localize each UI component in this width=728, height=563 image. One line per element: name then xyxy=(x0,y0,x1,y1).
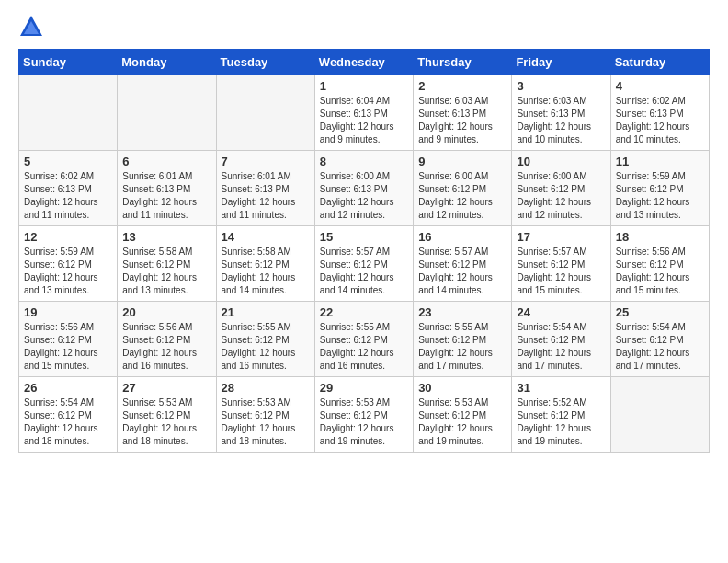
calendar-cell xyxy=(216,75,314,151)
calendar-cell: 13Sunrise: 5:58 AMSunset: 6:12 PMDayligh… xyxy=(118,226,216,302)
day-info: Sunrise: 5:55 AMSunset: 6:12 PMDaylight:… xyxy=(320,321,408,373)
calendar-cell: 14Sunrise: 5:58 AMSunset: 6:12 PMDayligh… xyxy=(216,226,314,302)
weekday-header-monday: Monday xyxy=(118,50,216,75)
day-number: 11 xyxy=(616,155,704,168)
day-number: 18 xyxy=(616,230,704,244)
calendar-cell: 25Sunrise: 5:54 AMSunset: 6:12 PMDayligh… xyxy=(610,302,709,377)
day-info: Sunrise: 5:59 AMSunset: 6:12 PMDaylight:… xyxy=(616,170,704,222)
day-number: 4 xyxy=(616,79,704,93)
week-row-2: 5Sunrise: 6:02 AMSunset: 6:13 PMDaylight… xyxy=(19,151,710,226)
day-number: 25 xyxy=(616,305,704,319)
weekday-header-wednesday: Wednesday xyxy=(314,50,413,75)
day-number: 31 xyxy=(517,381,605,395)
calendar-cell: 12Sunrise: 5:59 AMSunset: 6:12 PMDayligh… xyxy=(19,226,118,302)
calendar-cell xyxy=(19,75,118,151)
day-number: 12 xyxy=(24,230,112,244)
day-info: Sunrise: 5:54 AMSunset: 6:12 PMDaylight:… xyxy=(24,396,112,448)
day-number: 30 xyxy=(418,381,506,395)
calendar-cell: 11Sunrise: 5:59 AMSunset: 6:12 PMDayligh… xyxy=(610,151,709,226)
day-number: 27 xyxy=(122,381,210,395)
calendar-cell: 27Sunrise: 5:53 AMSunset: 6:12 PMDayligh… xyxy=(118,377,216,453)
calendar-cell: 24Sunrise: 5:54 AMSunset: 6:12 PMDayligh… xyxy=(512,302,610,377)
day-info: Sunrise: 5:58 AMSunset: 6:12 PMDaylight:… xyxy=(222,246,310,297)
weekday-header-thursday: Thursday xyxy=(414,50,512,75)
calendar-cell: 3Sunrise: 6:03 AMSunset: 6:13 PMDaylight… xyxy=(512,75,610,151)
calendar-cell: 16Sunrise: 5:57 AMSunset: 6:12 PMDayligh… xyxy=(414,226,512,302)
day-number: 13 xyxy=(122,230,210,244)
day-info: Sunrise: 6:00 AMSunset: 6:12 PMDaylight:… xyxy=(517,170,605,222)
calendar-cell: 29Sunrise: 5:53 AMSunset: 6:12 PMDayligh… xyxy=(314,377,413,453)
calendar-cell: 2Sunrise: 6:03 AMSunset: 6:13 PMDaylight… xyxy=(414,75,512,151)
day-number: 6 xyxy=(122,155,210,168)
day-info: Sunrise: 5:54 AMSunset: 6:12 PMDaylight:… xyxy=(616,321,704,373)
day-number: 23 xyxy=(418,305,506,319)
calendar-cell: 6Sunrise: 6:01 AMSunset: 6:13 PMDaylight… xyxy=(118,151,216,226)
day-info: Sunrise: 6:00 AMSunset: 6:12 PMDaylight:… xyxy=(418,170,506,222)
calendar-cell: 4Sunrise: 6:02 AMSunset: 6:13 PMDaylight… xyxy=(610,75,709,151)
week-row-5: 26Sunrise: 5:54 AMSunset: 6:12 PMDayligh… xyxy=(19,377,710,453)
day-info: Sunrise: 6:04 AMSunset: 6:13 PMDaylight:… xyxy=(320,95,408,146)
calendar-cell xyxy=(610,377,709,453)
weekday-header-tuesday: Tuesday xyxy=(216,50,314,75)
day-number: 24 xyxy=(517,305,605,319)
day-info: Sunrise: 6:01 AMSunset: 6:13 PMDaylight:… xyxy=(122,170,210,222)
day-number: 16 xyxy=(418,230,506,244)
calendar-cell: 23Sunrise: 5:55 AMSunset: 6:12 PMDayligh… xyxy=(414,302,512,377)
day-number: 10 xyxy=(517,155,605,168)
day-number: 14 xyxy=(222,230,310,244)
day-info: Sunrise: 5:58 AMSunset: 6:12 PMDaylight:… xyxy=(122,246,210,297)
day-number: 9 xyxy=(418,155,506,168)
calendar-cell: 31Sunrise: 5:52 AMSunset: 6:12 PMDayligh… xyxy=(512,377,610,453)
day-info: Sunrise: 5:53 AMSunset: 6:12 PMDaylight:… xyxy=(320,396,408,448)
day-info: Sunrise: 5:55 AMSunset: 6:12 PMDaylight:… xyxy=(418,321,506,373)
calendar-cell: 26Sunrise: 5:54 AMSunset: 6:12 PMDayligh… xyxy=(19,377,118,453)
week-row-3: 12Sunrise: 5:59 AMSunset: 6:12 PMDayligh… xyxy=(19,226,710,302)
logo-icon xyxy=(18,14,44,40)
day-info: Sunrise: 5:54 AMSunset: 6:12 PMDaylight:… xyxy=(517,321,605,373)
day-info: Sunrise: 5:53 AMSunset: 6:12 PMDaylight:… xyxy=(122,396,210,448)
weekday-header-sunday: Sunday xyxy=(19,50,118,75)
day-info: Sunrise: 5:57 AMSunset: 6:12 PMDaylight:… xyxy=(320,246,408,297)
weekday-header-row: SundayMondayTuesdayWednesdayThursdayFrid… xyxy=(19,50,710,75)
calendar-cell: 10Sunrise: 6:00 AMSunset: 6:12 PMDayligh… xyxy=(512,151,610,226)
day-number: 15 xyxy=(320,230,408,244)
day-info: Sunrise: 6:00 AMSunset: 6:13 PMDaylight:… xyxy=(320,170,408,222)
calendar-cell: 28Sunrise: 5:53 AMSunset: 6:12 PMDayligh… xyxy=(216,377,314,453)
day-info: Sunrise: 6:03 AMSunset: 6:13 PMDaylight:… xyxy=(517,95,605,146)
day-info: Sunrise: 5:56 AMSunset: 6:12 PMDaylight:… xyxy=(616,246,704,297)
day-info: Sunrise: 6:02 AMSunset: 6:13 PMDaylight:… xyxy=(616,95,704,146)
day-info: Sunrise: 5:57 AMSunset: 6:12 PMDaylight:… xyxy=(418,246,506,297)
day-info: Sunrise: 6:02 AMSunset: 6:13 PMDaylight:… xyxy=(24,170,112,222)
weekday-header-friday: Friday xyxy=(512,50,610,75)
day-info: Sunrise: 5:57 AMSunset: 6:12 PMDaylight:… xyxy=(517,246,605,297)
day-number: 17 xyxy=(517,230,605,244)
day-number: 2 xyxy=(418,79,506,93)
calendar-cell: 22Sunrise: 5:55 AMSunset: 6:12 PMDayligh… xyxy=(314,302,413,377)
day-number: 22 xyxy=(320,305,408,319)
day-info: Sunrise: 5:59 AMSunset: 6:12 PMDaylight:… xyxy=(24,246,112,297)
calendar-cell: 7Sunrise: 6:01 AMSunset: 6:13 PMDaylight… xyxy=(216,151,314,226)
calendar-cell: 1Sunrise: 6:04 AMSunset: 6:13 PMDaylight… xyxy=(314,75,413,151)
calendar-cell: 30Sunrise: 5:53 AMSunset: 6:12 PMDayligh… xyxy=(414,377,512,453)
day-info: Sunrise: 6:01 AMSunset: 6:13 PMDaylight:… xyxy=(222,170,310,222)
calendar-cell: 19Sunrise: 5:56 AMSunset: 6:12 PMDayligh… xyxy=(19,302,118,377)
calendar-cell: 5Sunrise: 6:02 AMSunset: 6:13 PMDaylight… xyxy=(19,151,118,226)
day-number: 26 xyxy=(24,381,112,395)
calendar-table: SundayMondayTuesdayWednesdayThursdayFrid… xyxy=(18,49,710,453)
day-info: Sunrise: 6:03 AMSunset: 6:13 PMDaylight:… xyxy=(418,95,506,146)
page: SundayMondayTuesdayWednesdayThursdayFrid… xyxy=(0,0,728,563)
day-number: 20 xyxy=(122,305,210,319)
day-number: 29 xyxy=(320,381,408,395)
day-info: Sunrise: 5:52 AMSunset: 6:12 PMDaylight:… xyxy=(517,396,605,448)
day-info: Sunrise: 5:56 AMSunset: 6:12 PMDaylight:… xyxy=(122,321,210,373)
calendar-cell: 17Sunrise: 5:57 AMSunset: 6:12 PMDayligh… xyxy=(512,226,610,302)
calendar-cell: 21Sunrise: 5:55 AMSunset: 6:12 PMDayligh… xyxy=(216,302,314,377)
day-info: Sunrise: 5:53 AMSunset: 6:12 PMDaylight:… xyxy=(222,396,310,448)
calendar-cell: 20Sunrise: 5:56 AMSunset: 6:12 PMDayligh… xyxy=(118,302,216,377)
day-number: 19 xyxy=(24,305,112,319)
calendar-cell: 18Sunrise: 5:56 AMSunset: 6:12 PMDayligh… xyxy=(610,226,709,302)
day-number: 21 xyxy=(222,305,310,319)
logo xyxy=(18,14,46,40)
day-number: 7 xyxy=(222,155,310,168)
day-number: 1 xyxy=(320,79,408,93)
